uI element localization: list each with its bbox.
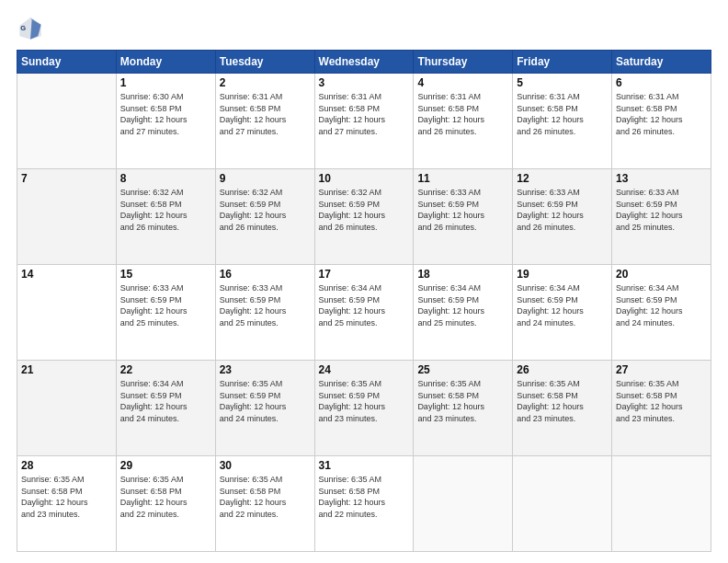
day-info: Sunrise: 6:32 AM Sunset: 6:59 PM Dayligh… (220, 187, 311, 233)
week-row-3: 1415Sunrise: 6:33 AM Sunset: 6:59 PM Day… (17, 265, 711, 361)
calendar-cell: 12Sunrise: 6:33 AM Sunset: 6:59 PM Dayli… (513, 169, 612, 265)
day-number: 19 (517, 268, 608, 281)
calendar-cell: 31Sunrise: 6:35 AM Sunset: 6:58 PM Dayli… (314, 456, 414, 552)
calendar-cell: 25Sunrise: 6:35 AM Sunset: 6:58 PM Dayli… (414, 361, 513, 456)
calendar-cell: 16Sunrise: 6:33 AM Sunset: 6:59 PM Dayli… (215, 265, 314, 361)
day-number: 29 (120, 459, 211, 472)
day-number: 11 (417, 172, 508, 185)
day-info: Sunrise: 6:33 AM Sunset: 6:59 PM Dayligh… (616, 187, 707, 233)
calendar-cell: 18Sunrise: 6:34 AM Sunset: 6:59 PM Dayli… (414, 265, 513, 361)
calendar-cell: 8Sunrise: 6:32 AM Sunset: 6:58 PM Daylig… (116, 169, 215, 265)
day-info: Sunrise: 6:35 AM Sunset: 6:58 PM Dayligh… (220, 474, 311, 520)
logo: G (17, 15, 48, 42)
calendar-cell: 14 (17, 265, 117, 361)
day-info: Sunrise: 6:31 AM Sunset: 6:58 PM Dayligh… (319, 91, 410, 137)
calendar-cell: 1Sunrise: 6:30 AM Sunset: 6:58 PM Daylig… (116, 74, 215, 169)
day-number: 23 (220, 363, 311, 376)
day-number: 26 (517, 363, 608, 376)
day-info: Sunrise: 6:33 AM Sunset: 6:59 PM Dayligh… (120, 282, 211, 328)
calendar-cell: 4Sunrise: 6:31 AM Sunset: 6:58 PM Daylig… (414, 74, 513, 169)
calendar-cell: 27Sunrise: 6:35 AM Sunset: 6:58 PM Dayli… (612, 361, 711, 456)
week-row-4: 2122Sunrise: 6:34 AM Sunset: 6:59 PM Day… (17, 361, 711, 456)
calendar-cell: 30Sunrise: 6:35 AM Sunset: 6:58 PM Dayli… (215, 456, 314, 552)
col-header-monday: Monday (116, 51, 215, 74)
day-info: Sunrise: 6:33 AM Sunset: 6:59 PM Dayligh… (517, 187, 608, 233)
day-number: 17 (319, 268, 410, 281)
day-info: Sunrise: 6:34 AM Sunset: 6:59 PM Dayligh… (319, 282, 410, 328)
calendar-table: SundayMondayTuesdayWednesdayThursdayFrid… (17, 50, 711, 552)
calendar-cell: 24Sunrise: 6:35 AM Sunset: 6:59 PM Dayli… (314, 361, 414, 456)
calendar-cell (612, 456, 711, 552)
calendar-cell: 11Sunrise: 6:33 AM Sunset: 6:59 PM Dayli… (414, 169, 513, 265)
week-row-5: 28Sunrise: 6:35 AM Sunset: 6:58 PM Dayli… (17, 456, 711, 552)
day-number: 21 (21, 363, 112, 376)
day-number: 14 (21, 268, 112, 281)
page: G SundayMondayTuesdayWednesdayThursdayFr… (0, 0, 728, 563)
day-number: 22 (120, 363, 211, 376)
day-info: Sunrise: 6:31 AM Sunset: 6:58 PM Dayligh… (220, 91, 311, 137)
header: G (17, 15, 711, 42)
calendar-cell: 23Sunrise: 6:35 AM Sunset: 6:59 PM Dayli… (215, 361, 314, 456)
col-header-saturday: Saturday (612, 51, 711, 74)
day-info: Sunrise: 6:34 AM Sunset: 6:59 PM Dayligh… (120, 378, 211, 424)
col-header-tuesday: Tuesday (215, 51, 314, 74)
calendar-cell (414, 456, 513, 552)
day-number: 27 (616, 363, 707, 376)
day-info: Sunrise: 6:35 AM Sunset: 6:58 PM Dayligh… (120, 474, 211, 520)
calendar-cell: 5Sunrise: 6:31 AM Sunset: 6:58 PM Daylig… (513, 74, 612, 169)
day-number: 5 (517, 76, 608, 89)
day-number: 10 (319, 172, 410, 185)
svg-text:G: G (20, 24, 26, 32)
day-number: 4 (417, 76, 508, 89)
day-number: 31 (319, 459, 410, 472)
col-header-friday: Friday (513, 51, 612, 74)
day-number: 20 (616, 268, 707, 281)
day-info: Sunrise: 6:31 AM Sunset: 6:58 PM Dayligh… (517, 91, 608, 137)
calendar-cell: 19Sunrise: 6:34 AM Sunset: 6:59 PM Dayli… (513, 265, 612, 361)
calendar-header-row: SundayMondayTuesdayWednesdayThursdayFrid… (17, 51, 711, 74)
day-info: Sunrise: 6:34 AM Sunset: 6:59 PM Dayligh… (616, 282, 707, 328)
day-info: Sunrise: 6:35 AM Sunset: 6:59 PM Dayligh… (220, 378, 311, 424)
day-info: Sunrise: 6:31 AM Sunset: 6:58 PM Dayligh… (417, 91, 508, 137)
day-number: 15 (120, 268, 211, 281)
day-number: 30 (220, 459, 311, 472)
day-number: 24 (319, 363, 410, 376)
day-number: 28 (21, 459, 112, 472)
day-info: Sunrise: 6:35 AM Sunset: 6:58 PM Dayligh… (319, 474, 410, 520)
col-header-thursday: Thursday (414, 51, 513, 74)
week-row-1: 1Sunrise: 6:30 AM Sunset: 6:58 PM Daylig… (17, 74, 711, 169)
day-number: 13 (616, 172, 707, 185)
day-info: Sunrise: 6:31 AM Sunset: 6:58 PM Dayligh… (616, 91, 707, 137)
calendar-cell: 17Sunrise: 6:34 AM Sunset: 6:59 PM Dayli… (314, 265, 414, 361)
day-number: 16 (220, 268, 311, 281)
day-info: Sunrise: 6:34 AM Sunset: 6:59 PM Dayligh… (517, 282, 608, 328)
calendar-cell: 6Sunrise: 6:31 AM Sunset: 6:58 PM Daylig… (612, 74, 711, 169)
calendar-cell: 28Sunrise: 6:35 AM Sunset: 6:58 PM Dayli… (17, 456, 117, 552)
day-info: Sunrise: 6:35 AM Sunset: 6:58 PM Dayligh… (21, 474, 112, 520)
day-info: Sunrise: 6:35 AM Sunset: 6:59 PM Dayligh… (319, 378, 410, 424)
day-number: 18 (417, 268, 508, 281)
day-number: 9 (220, 172, 311, 185)
calendar-cell: 2Sunrise: 6:31 AM Sunset: 6:58 PM Daylig… (215, 74, 314, 169)
day-info: Sunrise: 6:35 AM Sunset: 6:58 PM Dayligh… (417, 378, 508, 424)
calendar-cell: 20Sunrise: 6:34 AM Sunset: 6:59 PM Dayli… (612, 265, 711, 361)
day-info: Sunrise: 6:33 AM Sunset: 6:59 PM Dayligh… (417, 187, 508, 233)
week-row-2: 78Sunrise: 6:32 AM Sunset: 6:58 PM Dayli… (17, 169, 711, 265)
day-number: 8 (120, 172, 211, 185)
day-info: Sunrise: 6:32 AM Sunset: 6:59 PM Dayligh… (319, 187, 410, 233)
col-header-wednesday: Wednesday (314, 51, 414, 74)
calendar-cell: 21 (17, 361, 117, 456)
calendar-cell: 29Sunrise: 6:35 AM Sunset: 6:58 PM Dayli… (116, 456, 215, 552)
day-number: 3 (319, 76, 410, 89)
day-info: Sunrise: 6:30 AM Sunset: 6:58 PM Dayligh… (120, 91, 211, 137)
day-number: 1 (120, 76, 211, 89)
day-info: Sunrise: 6:34 AM Sunset: 6:59 PM Dayligh… (417, 282, 508, 328)
logo-icon: G (17, 15, 44, 42)
day-info: Sunrise: 6:32 AM Sunset: 6:58 PM Dayligh… (120, 187, 211, 233)
calendar-cell (17, 74, 117, 169)
calendar-cell (513, 456, 612, 552)
day-info: Sunrise: 6:35 AM Sunset: 6:58 PM Dayligh… (616, 378, 707, 424)
day-info: Sunrise: 6:33 AM Sunset: 6:59 PM Dayligh… (220, 282, 311, 328)
calendar-cell: 15Sunrise: 6:33 AM Sunset: 6:59 PM Dayli… (116, 265, 215, 361)
day-number: 6 (616, 76, 707, 89)
